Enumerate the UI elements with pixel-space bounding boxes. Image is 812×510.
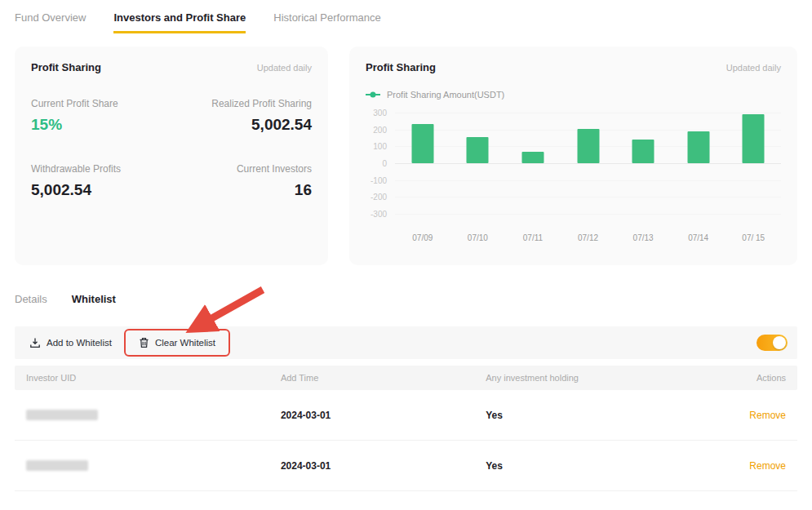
profit-sharing-chart-card: Profit Sharing Updated daily Profit Shar…: [349, 47, 797, 265]
y-tick-label: 200: [373, 125, 387, 134]
sub-tab-bar: Details Whitelist: [15, 293, 797, 305]
stat-value: 5,002.54: [171, 116, 312, 134]
clear-whitelist-label: Clear Whitelist: [155, 338, 215, 348]
y-tick-label: -100: [371, 175, 387, 184]
header-actions: Actions: [691, 373, 786, 383]
chart-column: [395, 113, 450, 214]
bar: [687, 131, 709, 163]
chart-y-axis: 3002001000-100-200-300: [366, 113, 395, 214]
clear-whitelist-button[interactable]: Clear Whitelist: [134, 337, 220, 348]
x-tick-label: 07/10: [450, 233, 506, 242]
stat-current-profit-share: Current Profit Share 15%: [31, 98, 171, 134]
x-tick-label: 07/12: [561, 233, 616, 242]
chart-plot: [395, 113, 781, 214]
page: Fund Overview Investors and Profit Share…: [0, 0, 812, 510]
investor-uid-redacted: [26, 460, 88, 471]
add-to-whitelist-icon: [29, 337, 41, 348]
x-tick-label: 07/09: [395, 233, 450, 242]
table-header-row: Investor UID Add Time Any investment hol…: [15, 366, 797, 390]
y-tick-label: -200: [371, 193, 387, 202]
toggle-knob: [773, 336, 786, 349]
bar: [411, 124, 433, 163]
x-tick-label: 07/11: [505, 233, 561, 242]
cards-row: Profit Sharing Updated daily Current Pro…: [15, 47, 797, 265]
subtab-whitelist[interactable]: Whitelist: [72, 293, 116, 305]
investor-uid-redacted: [26, 410, 98, 420]
stat-value: 16: [171, 181, 312, 199]
whitelist-toolbar: Add to Whitelist Clear Whitelist: [15, 326, 797, 359]
bar: [467, 137, 489, 163]
chart-legend: Profit Sharing Amount(USDT): [366, 90, 781, 100]
clear-whitelist-annotated-area: Clear Whitelist: [134, 337, 220, 348]
add-to-whitelist-button[interactable]: Add to Whitelist: [24, 337, 117, 348]
remove-link[interactable]: Remove: [691, 410, 786, 421]
stat-realized-profit-sharing: Realized Profit Sharing 5,002.54: [171, 98, 312, 134]
add-to-whitelist-label: Add to Whitelist: [47, 338, 112, 348]
profit-sharing-summary-card: Profit Sharing Updated daily Current Pro…: [15, 47, 328, 265]
chart-column: [725, 113, 781, 214]
holding-cell: Yes: [486, 460, 690, 472]
y-tick-label: 100: [373, 142, 387, 151]
whitelist-toggle[interactable]: [757, 335, 788, 351]
bar: [521, 152, 544, 163]
subtab-details[interactable]: Details: [15, 293, 47, 305]
table-row: 2024-03-01 Yes Remove: [15, 390, 797, 441]
summary-card-title: Profit Sharing: [31, 61, 101, 73]
chart-column: [450, 113, 506, 214]
chart-column: [615, 113, 671, 214]
add-time-cell: 2024-03-01: [281, 460, 486, 472]
stat-value: 5,002.54: [31, 181, 171, 199]
stat-withdrawable-profits: Withdrawable Profits 5,002.54: [31, 163, 171, 199]
toolbar-divider: [125, 336, 126, 349]
bar: [743, 114, 765, 163]
summary-card-updated-note: Updated daily: [257, 63, 312, 73]
x-tick-label: 07/ 15: [725, 233, 781, 242]
chart-column: [505, 113, 561, 214]
chart-column: [561, 113, 616, 214]
summary-card-header: Profit Sharing Updated daily: [31, 61, 312, 73]
y-tick-label: 0: [382, 159, 387, 168]
annotation-arrow-icon: [162, 283, 276, 340]
y-tick-label: 300: [373, 109, 387, 118]
stat-label: Current Profit Share: [31, 98, 171, 109]
chart-card-title: Profit Sharing: [366, 61, 436, 73]
tab-fund-overview[interactable]: Fund Overview: [15, 11, 86, 33]
remove-link[interactable]: Remove: [691, 460, 786, 472]
y-tick-label: -300: [371, 210, 387, 219]
tab-historical-performance[interactable]: Historical Performance: [273, 11, 381, 33]
bar: [632, 140, 654, 163]
bar: [577, 129, 599, 163]
legend-label: Profit Sharing Amount(USDT): [387, 90, 504, 100]
stat-label: Current Investors: [171, 163, 312, 175]
chart-bars: [395, 113, 781, 214]
header-any-investment-holding: Any investment holding: [486, 373, 690, 383]
summary-stats-grid: Current Profit Share 15% Realized Profit…: [31, 98, 312, 199]
header-investor-uid: Investor UID: [26, 373, 281, 383]
holding-cell: Yes: [486, 410, 690, 421]
top-tab-bar: Fund Overview Investors and Profit Share…: [15, 11, 797, 33]
x-tick-label: 07/13: [615, 233, 671, 242]
x-tick-label: 07/14: [671, 233, 726, 242]
chart-card-header: Profit Sharing Updated daily: [366, 61, 781, 73]
stat-value: 15%: [31, 116, 171, 134]
tab-investors-and-profit-share[interactable]: Investors and Profit Share: [113, 11, 246, 33]
whitelist-table: Investor UID Add Time Any investment hol…: [15, 366, 797, 491]
profit-sharing-bar-chart: 3002001000-100-200-300: [366, 113, 781, 214]
gridline: [395, 214, 781, 215]
legend-line-dot-icon: [366, 94, 380, 95]
stat-current-investors: Current Investors 16: [171, 163, 312, 199]
chart-column: [671, 113, 726, 214]
table-row: 2024-03-01 Yes Remove: [15, 441, 797, 491]
header-add-time: Add Time: [281, 373, 486, 383]
chart-x-labels: 07/0907/1007/1107/1207/1307/1407/ 15: [395, 233, 781, 242]
stat-label: Realized Profit Sharing: [171, 98, 312, 109]
add-time-cell: 2024-03-01: [281, 410, 486, 421]
stat-label: Withdrawable Profits: [31, 163, 171, 175]
trash-icon: [139, 337, 149, 348]
chart-card-updated-note: Updated daily: [726, 63, 781, 73]
